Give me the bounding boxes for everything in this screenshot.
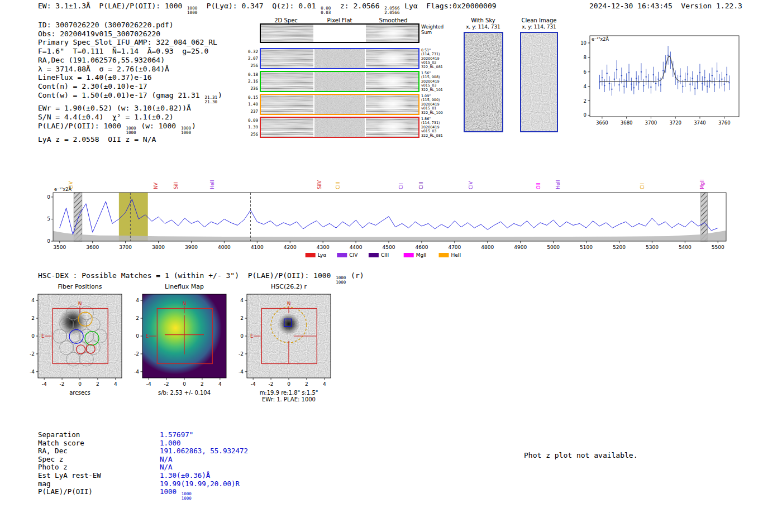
svg-text:2: 2 <box>96 381 99 387</box>
svg-text:2: 2 <box>136 315 139 321</box>
row-scale-labels: 0.322.07256 <box>245 49 258 69</box>
svg-text:4: 4 <box>240 298 244 303</box>
cleanimage-title: Clean Image <box>518 17 560 23</box>
svg-text:-2: -2 <box>269 381 274 387</box>
scale-value: 256 <box>245 63 258 69</box>
spec-image-segment <box>366 95 418 114</box>
catalog-match-table: Separation1.57697"Match score1.000RA, De… <box>38 431 248 501</box>
svg-text:4: 4 <box>584 84 586 89</box>
svg-text:4100: 4100 <box>251 245 264 250</box>
text-run: ) <box>218 91 222 99</box>
svg-text:4: 4 <box>114 381 117 387</box>
match-field-value: N/A <box>160 463 173 472</box>
cleanimage-xy-label: x, y: 114, 731 <box>518 24 560 30</box>
text-run: F=1.6" T=0.111 N̄=1.14 Ā=0.93 g=25.0 <box>38 47 208 55</box>
bright-blob <box>366 95 418 114</box>
scale-value: 2.07 <box>245 55 258 62</box>
svg-text:3700: 3700 <box>119 245 132 250</box>
text-run: N/A <box>160 455 173 463</box>
text-run: P(Lyα): 0.347 Q(z): 0.01 <box>198 2 320 10</box>
svg-text:HSC(26.2) r: HSC(26.2) r <box>271 283 307 290</box>
svg-text:HeII: HeII <box>555 180 561 189</box>
text-run: S/N = 4.4(±0.4) χ² = 1.1(±0.2) <box>38 113 174 121</box>
svg-text:N: N <box>183 301 187 306</box>
text-run: EW: 3.1±1.3Å P(LAE)/P(OII): 1000 <box>38 2 187 10</box>
svg-text:0: 0 <box>78 381 82 387</box>
detection-info-block: ID: 3007026220 (3007026220.pdf)Obs: 2020… <box>38 21 222 143</box>
match-field-value: 1.30(±0.36)Å <box>160 472 210 480</box>
fiber-positions-panel: NE-4-4-2-2002244Fiber Positionsarcsecs <box>22 282 141 406</box>
text-run: 1.000 <box>160 439 181 447</box>
scale-value: 1.40 <box>245 101 258 108</box>
spec-image-segment <box>261 49 313 68</box>
text-run: P(LAE)/P(OII): 1000 <box>38 122 126 130</box>
row-annotation: 1.09"(115, 900)20200419v015_01322_RL_100 <box>421 94 449 115</box>
match-table-row: mag19.99(19.99,20.00)R <box>38 480 248 488</box>
svg-text:0: 0 <box>31 333 35 339</box>
elixer-detection-report: EW: 3.1±1.3Å P(LAE)/P(OII): 1000 1000100… <box>0 0 782 532</box>
svg-text:5: 5 <box>47 216 50 222</box>
svg-text:-2: -2 <box>134 351 139 357</box>
text-run: 191.062863, 55.932472 <box>160 447 248 455</box>
svg-text:4: 4 <box>323 381 326 387</box>
svg-text:0: 0 <box>136 333 139 339</box>
pixel-flat-segment <box>314 72 365 91</box>
svg-text:SiII: SiII <box>173 182 179 189</box>
zoomed-line-fit-plot: 3660368037003720374037600246810e⁻¹⁷x2Å <box>570 29 746 132</box>
scale-value: 0.18 <box>245 71 258 78</box>
info-line: P(LAE)/P(OII): 1000 10001000 (w: 1000 10… <box>38 122 222 135</box>
text-run: 1.30(±0.36)Å <box>160 471 210 480</box>
svg-text:CIII: CIII <box>381 252 389 258</box>
text-run: HSC-DEX : Possible Matches = 1 (within +… <box>38 271 335 280</box>
match-field-label: P(LAE)/P(OII) <box>38 488 160 501</box>
col-title-smoothed: Smoothed <box>367 17 419 23</box>
svg-text:e⁻¹⁷x2Å: e⁻¹⁷x2Å <box>54 186 71 192</box>
svg-text:3660: 3660 <box>596 120 608 126</box>
col-title-2dspec: 2D Spec <box>260 17 312 23</box>
withsky-image <box>464 32 503 132</box>
stacked-fraction: 21.3121.30 <box>204 95 217 104</box>
noise-texture <box>261 95 313 114</box>
text-run: 1.57697" <box>160 430 193 439</box>
pixel-flat-blank-segment <box>314 25 365 42</box>
match-field-value: N/A <box>160 456 173 464</box>
svg-text:0: 0 <box>183 381 186 387</box>
match-field-label: Spec z <box>38 456 160 464</box>
svg-text:-4: -4 <box>251 381 256 387</box>
text-run: EWr = 1.90(±0.52) (w: 3.10(±0.82))Å <box>38 104 191 112</box>
info-line: Cont(w) = 1.50(±0.01)e-17 (gmag 21.31 21… <box>38 91 222 104</box>
svg-text:3900: 3900 <box>185 245 198 250</box>
svg-text:arcsecs: arcsecs <box>69 390 90 396</box>
text-run: LineFlux = 1.40(±0.37)e-16 <box>38 73 152 82</box>
info-line: LyA z = 2.0558 OII z = N/A <box>38 135 222 144</box>
withsky-xy-label: x, y: 114, 731 <box>462 24 504 30</box>
spec-image-segment <box>261 25 313 42</box>
noise-texture <box>521 33 557 131</box>
svg-text:0: 0 <box>47 238 50 244</box>
scale-value: 0.32 <box>245 49 258 55</box>
info-line: Primary Spec_Slot_IFU_AMP: 322_084_062_R… <box>38 38 222 47</box>
row-scale-labels: 0.182.16236 <box>245 71 258 92</box>
bright-blob <box>366 49 418 68</box>
svg-text:2: 2 <box>201 381 204 387</box>
svg-text:NV: NV <box>153 183 159 189</box>
bright-blob <box>366 118 418 137</box>
match-field-label: mag <box>38 480 160 488</box>
spec2d-row-strip <box>260 71 419 92</box>
match-table-row: Spec zN/A <box>38 456 248 464</box>
svg-text:2: 2 <box>31 315 35 321</box>
text-run: N/A <box>160 463 173 471</box>
svg-text:4900: 4900 <box>514 245 527 250</box>
svg-text:10: 10 <box>580 40 586 46</box>
svg-text:4200: 4200 <box>284 245 297 250</box>
svg-text:5200: 5200 <box>613 245 626 250</box>
col-title-pixelflat: Pixel Flat <box>313 17 366 23</box>
noise-texture <box>261 49 313 68</box>
weighted-sum-label: Weighted Sum <box>421 25 444 36</box>
text-run: 19.99(19.99,20.00)R <box>160 480 240 488</box>
svg-text:EWr: 1. PLAE: 1000: EWr: 1. PLAE: 1000 <box>262 396 316 402</box>
svg-text:-2: -2 <box>30 351 35 357</box>
spec2d-row-strip <box>260 117 419 138</box>
svg-text:4600: 4600 <box>415 245 428 250</box>
svg-text:5400: 5400 <box>679 245 692 250</box>
